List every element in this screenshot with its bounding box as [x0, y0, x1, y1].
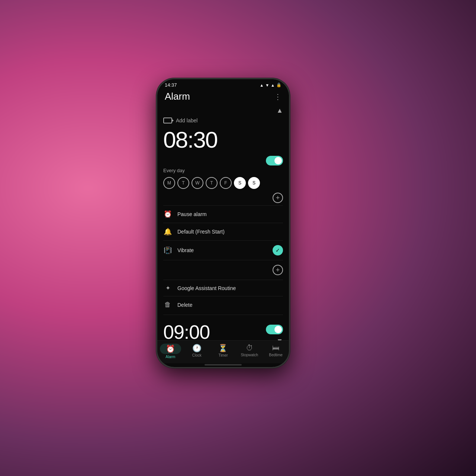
assistant-label: Google Assistant Routine: [177, 285, 283, 291]
vibrate-check: ✓: [273, 245, 283, 255]
bedtime-nav-label: Bedtime: [269, 353, 283, 357]
page-title: Alarm: [165, 91, 190, 102]
assistant-icon: ✦: [163, 284, 172, 292]
label-icon: [163, 118, 172, 123]
alarm-divider: [163, 315, 283, 315]
pause-alarm-label: Pause alarm: [177, 211, 283, 217]
home-indicator[interactable]: [205, 364, 242, 366]
wifi-icon: ▼: [265, 83, 269, 87]
vibrate-label: Vibrate: [177, 247, 267, 253]
stopwatch-nav-label: Stopwatch: [241, 353, 258, 357]
pause-alarm-icon: ⏰: [163, 210, 172, 218]
alarm-1-toggle-row: [163, 155, 283, 166]
timer-nav-icon: ⏳: [218, 344, 228, 353]
status-icons: ▲ ▼ ▲ 🔒: [260, 83, 282, 87]
alarm-1-expanded: ▲ Add label 08:30 Every day M: [157, 105, 289, 313]
days-row: M T W T F S S: [163, 176, 283, 192]
every-day-label: Every day: [163, 166, 283, 176]
lock-icon: 🔒: [276, 83, 282, 87]
status-time: 14:37: [165, 82, 177, 88]
alarm-nav-label: Alarm: [165, 355, 175, 359]
phone-screen: 14:37 ▲ ▼ ▲ 🔒 Alarm ⋮ ▲: [157, 79, 289, 367]
alarm-2-collapsed: 09:00 Sat, Sun ▼: [157, 316, 289, 340]
collapse-button[interactable]: ▲: [276, 107, 283, 115]
nav-bedtime[interactable]: 🛏 Bedtime: [263, 344, 289, 359]
scroll-area[interactable]: ▲ Add label 08:30 Every day M: [157, 105, 289, 340]
alarm-2-right: ▼: [266, 325, 283, 340]
day-friday[interactable]: F: [220, 177, 232, 189]
clock-nav-icon: 🕐: [192, 344, 202, 353]
day-monday[interactable]: M: [163, 177, 175, 189]
add-label-row[interactable]: Add label: [163, 116, 283, 126]
delete-icon: 🗑: [163, 301, 172, 309]
power-button[interactable]: [289, 154, 290, 176]
pause-alarm-item[interactable]: ⏰ Pause alarm: [163, 205, 283, 223]
delete-item[interactable]: 🗑 Delete: [163, 296, 283, 313]
alarm-nav-icon: ⏰: [166, 344, 175, 353]
timer-nav-label: Timer: [218, 353, 228, 357]
ringtone-icon: 🔔: [163, 228, 172, 236]
toggle-knob: [274, 157, 282, 164]
stopwatch-nav-icon: ⏱: [246, 344, 253, 352]
wifi-icon2: ▲: [271, 83, 275, 87]
day-wednesday[interactable]: W: [192, 177, 203, 189]
alarm-1-toggle[interactable]: [266, 156, 283, 165]
alarm-2-time[interactable]: 09:00: [163, 321, 210, 340]
nav-alarm[interactable]: ⏰ Alarm: [157, 344, 184, 359]
toggle-knob-2: [274, 326, 282, 333]
alarm-1-time[interactable]: 08:30: [163, 126, 283, 155]
nav-stopwatch[interactable]: ⏱ Stopwatch: [236, 344, 263, 359]
alarm-2-toggle[interactable]: [266, 325, 283, 334]
ringtone-label: Default (Fresh Start): [177, 229, 283, 235]
assistant-item[interactable]: ✦ Google Assistant Routine: [163, 280, 283, 296]
add-alarm-button[interactable]: +: [273, 193, 283, 203]
ringtone-item[interactable]: 🔔 Default (Fresh Start): [163, 223, 283, 240]
day-tuesday[interactable]: T: [177, 177, 189, 189]
bedtime-nav-icon: 🛏: [272, 344, 280, 352]
app-header: Alarm ⋮: [157, 89, 289, 105]
camera-notch: [221, 81, 225, 86]
nav-clock[interactable]: 🕐 Clock: [184, 344, 210, 359]
day-saturday[interactable]: S: [234, 177, 246, 189]
day-thursday[interactable]: T: [206, 177, 218, 189]
volume-up-button[interactable]: [156, 139, 157, 154]
volume-down-button[interactable]: [156, 157, 157, 172]
vibrate-icon: 📳: [163, 246, 172, 254]
vibrate-item[interactable]: 📳 Vibrate ✓: [163, 240, 283, 260]
alarm-1-top-row: ▲: [163, 105, 283, 116]
nav-timer[interactable]: ⏳ Timer: [210, 344, 237, 359]
add-vibrate-row: +: [163, 260, 283, 280]
add-vibrate-button[interactable]: +: [273, 265, 283, 275]
signal-icon: ▲: [260, 83, 264, 87]
expand-button[interactable]: ▼: [276, 337, 283, 340]
phone-frame: 14:37 ▲ ▼ ▲ 🔒 Alarm ⋮ ▲: [156, 78, 290, 368]
bottom-navigation: ⏰ Alarm 🕐 Clock ⏳ Timer ⏱ Stopwatch: [157, 340, 289, 363]
delete-label: Delete: [177, 302, 283, 308]
clock-nav-label: Clock: [192, 353, 202, 357]
day-sunday[interactable]: S: [248, 177, 260, 189]
alarm-2-left: 09:00 Sat, Sun: [163, 321, 210, 340]
add-alarm-row: +: [163, 192, 283, 205]
add-label-text: Add label: [176, 118, 197, 123]
overflow-menu-button[interactable]: ⋮: [274, 92, 282, 101]
